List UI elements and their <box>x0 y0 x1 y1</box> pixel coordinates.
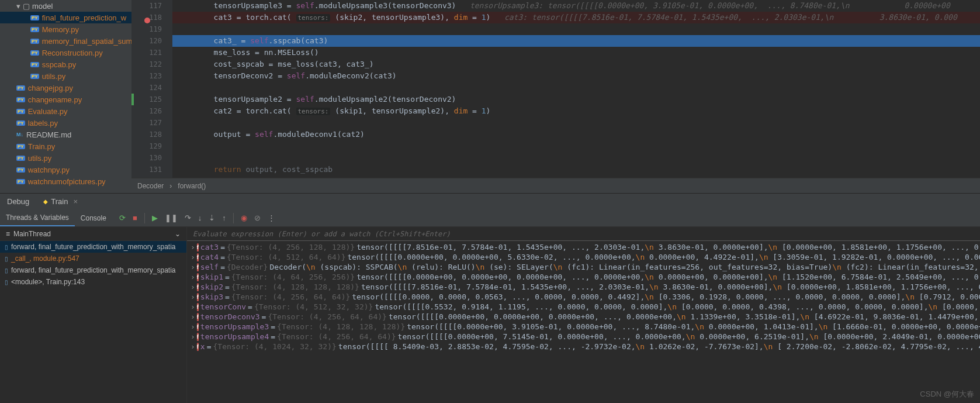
tree-item[interactable]: PYutils.py <box>0 152 131 164</box>
field-icon: f <box>197 313 199 321</box>
stack-frame[interactable]: ▯forward, final_future_prediction_with_m… <box>0 241 186 253</box>
expand-icon[interactable]: › <box>191 322 195 331</box>
chevron-down-icon: ⌄ <box>175 230 181 238</box>
chevron-right-icon: › <box>169 182 172 190</box>
py-icon: PY <box>16 144 25 149</box>
tree-item[interactable]: PYwatchnumofpictures.py <box>0 175 131 187</box>
py-icon: PY <box>16 85 25 91</box>
code-area[interactable]: tensorUpsample3 = self.moduleUpsample3(t… <box>172 0 980 178</box>
tree-item[interactable]: PYMemory.py <box>0 23 131 35</box>
step-into-my-icon[interactable]: ⇣ <box>209 213 215 222</box>
tree-item[interactable]: PYfinal_future_prediction_w <box>0 12 131 23</box>
variable-row[interactable]: ›f self = {Decoder} Decoder(\n (sspcab):… <box>187 262 980 272</box>
tab-run-config[interactable]: ◆ Train × <box>36 194 85 209</box>
py-icon: PY <box>16 156 25 161</box>
py-icon: PY <box>16 97 25 102</box>
tree-item[interactable]: PYReconstruction.py <box>0 47 131 58</box>
field-icon: f <box>197 293 199 301</box>
variable-row[interactable]: ›f tensorDeconv3 = {Tensor: (4, 256, 64,… <box>187 312 980 322</box>
folder-icon: ▢ <box>23 2 30 11</box>
expand-icon[interactable]: › <box>191 312 195 321</box>
tree-item[interactable]: PYsspcab.py <box>0 58 131 70</box>
tree-item[interactable]: M↓README.md <box>0 129 131 140</box>
expand-icon[interactable]: › <box>191 283 195 291</box>
threads-icon: ≡ <box>6 230 10 238</box>
variable-row[interactable]: ›f tensorUpsample3 = {Tensor: (4, 128, 1… <box>187 322 980 332</box>
restart-icon[interactable]: ⟳ <box>119 213 126 222</box>
stack-frame[interactable]: ▯_call_, module.py:547 <box>0 253 186 264</box>
py-icon: PY <box>30 15 39 20</box>
field-icon: f <box>197 343 199 351</box>
tree-folder-model[interactable]: ▾ ▢ model <box>0 0 131 12</box>
tree-item[interactable]: PYchangejpg.py <box>0 82 131 94</box>
frames-panel: ≡ MainThread ⌄ ▯forward, final_future_pr… <box>0 227 187 403</box>
expand-icon[interactable]: › <box>191 243 195 252</box>
field-icon: f <box>197 263 199 271</box>
project-tree[interactable]: ▾ ▢ model PYfinal_future_prediction_wPYM… <box>0 0 131 193</box>
variable-row[interactable]: ›f cat3 = {Tensor: (4, 256, 128, 128)} t… <box>187 242 980 252</box>
expand-icon[interactable]: › <box>191 263 195 271</box>
tab-threads-vars[interactable]: Threads & Variables <box>0 210 75 226</box>
tab-console[interactable]: Console <box>75 211 112 226</box>
more-icon[interactable]: ⋮ <box>268 213 275 222</box>
step-over-icon[interactable]: ↷ <box>185 213 191 222</box>
variable-row[interactable]: ›f x = {Tensor: (4, 1024, 32, 32)} tenso… <box>187 342 980 352</box>
py-icon: PY <box>30 27 39 32</box>
python-icon: ◆ <box>43 198 48 205</box>
tab-debug[interactable]: Debug <box>0 194 36 209</box>
field-icon: f <box>197 303 199 311</box>
py-icon: PY <box>16 109 25 114</box>
variable-row[interactable]: ›f tensorConv = {Tensor: (4, 512, 32, 32… <box>187 302 980 312</box>
field-icon: f <box>197 323 199 331</box>
tree-item[interactable]: PYchangename.py <box>0 94 131 105</box>
stop-icon[interactable]: ■ <box>133 213 137 222</box>
mute-breakpoints-icon[interactable]: ⊘ <box>254 213 261 222</box>
expand-icon[interactable]: › <box>191 273 195 281</box>
tree-item[interactable]: PYutils.py <box>0 70 131 82</box>
field-icon: f <box>197 283 199 291</box>
variable-row[interactable]: ›f tensorUpsample4 = {Tensor: (4, 256, 6… <box>187 332 980 342</box>
md-icon: M↓ <box>16 132 23 137</box>
expand-icon[interactable]: › <box>191 342 195 351</box>
field-icon: f <box>197 333 199 341</box>
debugger-tabs: Threads & Variables Console ⟳ ■ ▶ ❚❚ ↷ ↓… <box>0 209 980 227</box>
field-icon: f <box>197 253 199 261</box>
view-breakpoints-icon[interactable]: ◉ <box>241 213 247 222</box>
expand-icon[interactable]: › <box>191 332 195 341</box>
evaluate-expression-input[interactable]: Evaluate expression (Enter) or add a wat… <box>187 227 980 241</box>
stack-frame[interactable]: ▯forward, final_future_prediction_with_m… <box>0 264 186 276</box>
pause-icon[interactable]: ❚❚ <box>165 213 178 222</box>
tree-item[interactable]: PYwatchnpy.py <box>0 164 131 175</box>
variable-row[interactable]: ›f skip2 = {Tensor: (4, 128, 128, 128)} … <box>187 282 980 292</box>
breadcrumb-item[interactable]: forward() <box>178 182 206 190</box>
py-icon: PY <box>30 74 39 79</box>
resume-icon[interactable]: ▶ <box>152 213 158 222</box>
gutter[interactable]: 1171181191201211221231241251261271281291… <box>131 0 172 178</box>
step-out-icon[interactable]: ↑ <box>222 213 226 222</box>
tree-item[interactable]: PYmemory_final_spatial_sum <box>0 35 131 47</box>
watermark: CSDN @何大春 <box>920 389 974 399</box>
chevron-down-icon: ▾ <box>16 2 20 11</box>
tree-item[interactable]: PYEvaluate.py <box>0 105 131 117</box>
breadcrumb[interactable]: Decoder › forward() <box>131 178 980 193</box>
field-icon: f <box>197 273 199 281</box>
expand-icon[interactable]: › <box>191 253 195 261</box>
expand-icon[interactable]: › <box>191 302 195 311</box>
expand-icon[interactable]: › <box>191 292 195 301</box>
variable-row[interactable]: ›f skip1 = {Tensor: (4, 64, 256, 256)} t… <box>187 272 980 282</box>
variable-row[interactable]: ›f cat4 = {Tensor: (4, 512, 64, 64)} ten… <box>187 252 980 262</box>
variable-row[interactable]: ›f skip3 = {Tensor: (4, 256, 64, 64)} te… <box>187 292 980 302</box>
tree-item[interactable]: PYTrain.py <box>0 140 131 152</box>
code-editor[interactable]: 1171181191201211221231241251261271281291… <box>131 0 980 193</box>
py-icon: PY <box>30 62 39 67</box>
py-icon: PY <box>16 120 25 126</box>
py-icon: PY <box>30 50 39 56</box>
stack-frame[interactable]: ▯<module>, Train.py:143 <box>0 276 186 288</box>
close-icon[interactable]: × <box>73 197 78 206</box>
thread-selector[interactable]: ≡ MainThread ⌄ <box>0 227 186 241</box>
variables-panel: Evaluate expression (Enter) or add a wat… <box>187 227 980 403</box>
py-icon: PY <box>16 167 25 173</box>
breadcrumb-item[interactable]: Decoder <box>137 182 164 190</box>
step-into-icon[interactable]: ↓ <box>198 213 202 222</box>
tree-item[interactable]: PYlabels.py <box>0 117 131 129</box>
